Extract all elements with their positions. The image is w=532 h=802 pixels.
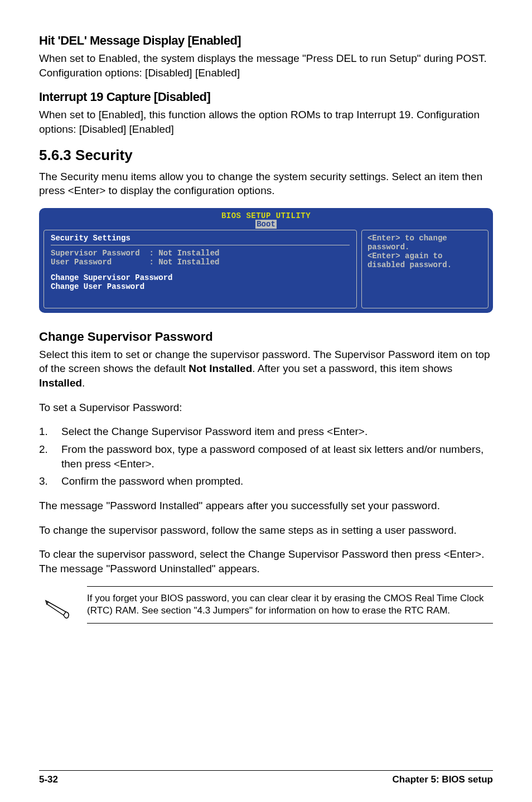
bios-help-line1: <Enter> to change [367, 234, 482, 243]
heading-interrupt19: Interrupt 19 Capture [Disabled] [39, 90, 493, 104]
body-hit-del: When set to Enabled, the system displays… [39, 51, 493, 80]
list-text: Confirm the password when prompted. [61, 474, 493, 489]
note-text: If you forget your BIOS password, you ca… [87, 586, 493, 624]
bios-user-password-status: User Password : Not Installed [51, 258, 350, 267]
bios-help-line3: <Enter> again to [367, 252, 482, 260]
note-pencil-icon [45, 596, 71, 623]
list-item: 2. From the password box, type a passwor… [39, 442, 493, 471]
list-text: Select the Change Supervisor Password it… [61, 424, 493, 439]
heading-hit-del: Hit 'DEL' Message Display [Enabled] [39, 33, 493, 48]
bios-change-user: Change User Password [51, 282, 350, 291]
paragraph-change-sup-1: Select this item to set or change the su… [39, 347, 493, 390]
bold-installed: Installed [39, 377, 82, 389]
paragraph-to-set: To set a Supervisor Password: [39, 400, 493, 415]
bios-left-panel: Security Settings Supervisor Password : … [43, 230, 357, 308]
bios-security-settings-title: Security Settings [51, 234, 350, 243]
bios-divider [51, 245, 350, 245]
bold-not-installed: Not Installed [188, 363, 252, 374]
list-num: 1. [39, 424, 61, 439]
bios-title: BIOS SETUP UTILITY [39, 208, 493, 220]
body-interrupt19: When set to [Enabled], this function all… [39, 108, 493, 136]
list-num: 3. [39, 474, 61, 489]
bios-help-line2: password. [367, 243, 482, 252]
paragraph-clear-password: To clear the supervisor password, select… [39, 547, 493, 576]
bios-tab-boot: Boot [39, 220, 493, 229]
list-item: 3. Confirm the password when prompted. [39, 474, 493, 489]
bios-supervisor-password-status: Supervisor Password : Not Installed [51, 249, 350, 258]
page-footer: 5-32 Chapter 5: BIOS setup [39, 770, 493, 785]
list-text: From the password box, type a password c… [61, 442, 493, 471]
heading-change-supervisor: Change Supervisor Password [39, 330, 493, 344]
bios-help-panel: <Enter> to change password. <Enter> agai… [361, 230, 489, 308]
paragraph-password-installed: The message "Password Installed" appears… [39, 499, 493, 513]
bios-help-line4: disabled password. [367, 260, 482, 269]
note-block: If you forget your BIOS password, you ca… [39, 586, 493, 624]
list-item: 1. Select the Change Supervisor Password… [39, 424, 493, 439]
paragraph-change-follow: To change the supervisor password, follo… [39, 523, 493, 538]
chapter-title: Chapter 5: BIOS setup [393, 774, 493, 785]
heading-563-security: 5.6.3 Security [39, 147, 493, 164]
list-num: 2. [39, 442, 61, 471]
page-number: 5-32 [39, 774, 58, 785]
bios-screenshot: BIOS SETUP UTILITY Boot Security Setting… [39, 208, 493, 313]
bios-content: Security Settings Supervisor Password : … [39, 230, 493, 313]
bios-actions: Change Supervisor Password Change User P… [51, 273, 350, 291]
bios-change-supervisor: Change Supervisor Password [51, 273, 350, 282]
intro-563: The Security menu items allow you to cha… [39, 170, 493, 198]
